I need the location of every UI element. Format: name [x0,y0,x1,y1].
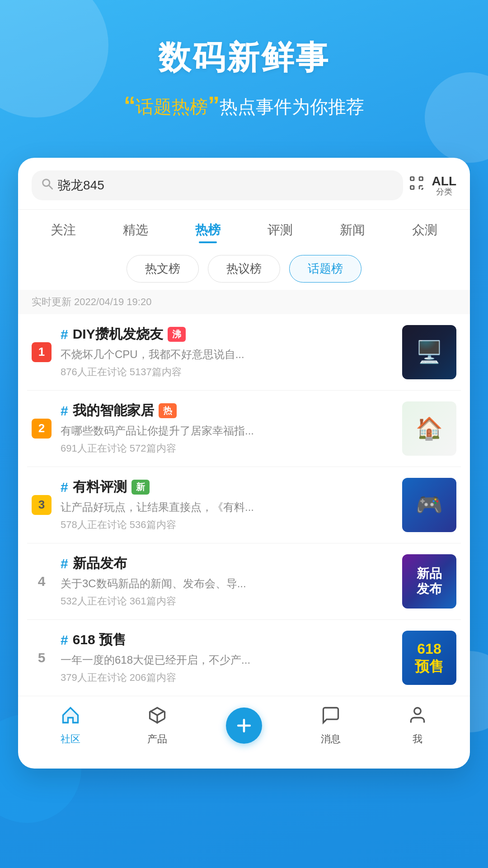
nav-products[interactable]: 产品 [114,705,201,746]
main-card: 骁龙845 ALL 分类 关注 精选 热榜 [18,158,470,769]
nav-messages[interactable]: 消息 [287,705,374,746]
title-row-1: # DIY攒机发烧友 沸 [61,325,393,344]
pc-image [402,325,456,379]
quote-open: “ [124,92,136,118]
add-btn[interactable] [226,708,262,744]
rank-badge-5: 5 [32,650,52,665]
search-query: 骁龙845 [58,177,104,194]
review-image [402,478,456,532]
topic-desc-3: 让产品好玩点，让结果直接点，《有料... [61,500,393,514]
chat-icon [321,705,341,730]
rank-badge-3: 3 [32,495,52,515]
title-row-2: # 我的智能家居 热 [61,401,393,420]
newprod-image: 新品 发布 [402,554,456,609]
profile-label: 我 [413,732,422,746]
badge-3: 新 [131,480,150,495]
topic-stats-3: 578人正在讨论 536篇内容 [61,518,393,532]
badge-2: 热 [159,403,177,418]
nav-community[interactable]: 社区 [27,705,114,746]
search-icon [41,177,53,193]
title-row-3: # 有料评测 新 [61,478,393,496]
badge-1: 沸 [168,327,186,342]
tab-news[interactable]: 新闻 [316,217,389,243]
svg-rect-4 [410,186,414,189]
topic-content-5: # 618 预售 一年一度的618大促已经开启，不少产... 379人正在讨论 … [61,631,393,684]
topic-stats-2: 691人正在讨论 572篇内容 [61,442,393,455]
user-icon [408,705,427,730]
topic-list: 1 # DIY攒机发烧友 沸 不烧坏几个CPU，我都不好意思说自... 876人… [18,314,470,696]
search-input-area[interactable]: 骁龙845 [32,170,403,200]
topic-desc-5: 一年一度的618大促已经开启，不少产... [61,653,393,667]
topic-title-5: 618 预售 [73,631,126,649]
tab-hot[interactable]: 热榜 [172,217,244,243]
topic-desc-1: 不烧坏几个CPU，我都不好意思说自... [61,347,393,362]
nav-profile[interactable]: 我 [374,705,461,746]
home-icon [61,705,80,730]
hash-icon-4: # [61,556,68,571]
sub-tab-hot-articles[interactable]: 热文榜 [127,255,199,283]
topic-stats-5: 379人正在讨论 206篇内容 [61,671,393,684]
search-bar: 骁龙845 ALL 分类 [18,158,470,210]
tab-featured[interactable]: 精选 [99,217,172,243]
home-image [402,401,456,456]
topic-title-2: 我的智能家居 [73,401,154,420]
title-row-5: # 618 预售 [61,631,393,649]
topic-item-1[interactable]: 1 # DIY攒机发烧友 沸 不烧坏几个CPU，我都不好意思说自... 876人… [27,314,461,391]
topic-title-4: 新品发布 [73,554,127,573]
svg-line-1 [49,185,52,189]
tab-test[interactable]: 众测 [389,217,461,243]
quote-close: ” [208,92,220,118]
topic-image-5: 618 预售 [402,631,456,685]
subtitle-rest: 热点事件为你推荐 [220,97,364,117]
hash-icon-1: # [61,327,68,342]
topic-title-1: DIY攒机发烧友 [73,325,163,344]
sub-tab-hot-topics[interactable]: 话题榜 [289,255,361,283]
svg-point-12 [414,708,421,714]
title-row-4: # 新品发布 [61,554,393,573]
image-618: 618 预售 [402,631,456,685]
rank-badge-4: 4 [32,574,52,589]
topic-image-2 [402,401,456,456]
header-title: 数码新鲜事 [18,36,470,80]
nav-add[interactable] [201,708,287,744]
topic-stats-1: 876人正在讨论 5137篇内容 [61,365,393,379]
sub-tab-hot-discussion[interactable]: 热议榜 [208,255,280,283]
subtitle-highlight: 话题热榜 [136,97,208,117]
cube-icon [147,705,167,730]
update-time: 实时更新 2022/04/19 19:20 [18,290,470,314]
topic-desc-4: 关于3C数码新品的新闻、发布会、导... [61,576,393,591]
topic-title-3: 有料评测 [73,478,127,496]
rank-badge-2: 2 [32,419,52,439]
topic-content-1: # DIY攒机发烧友 沸 不烧坏几个CPU，我都不好意思说自... 876人正在… [61,325,393,379]
messages-label: 消息 [321,732,341,746]
all-btn-sublabel: 分类 [436,188,452,196]
hash-icon-3: # [61,480,68,495]
topic-image-1 [402,325,456,379]
community-label: 社区 [61,732,80,746]
tab-review[interactable]: 评测 [244,217,316,243]
topic-image-3 [402,478,456,532]
sub-tabs: 热文榜 热议榜 话题榜 [18,250,470,290]
header-subtitle: “话题热榜”热点事件为你推荐 [18,89,470,122]
topic-desc-2: 有哪些数码产品让你提升了居家幸福指... [61,424,393,438]
products-label: 产品 [147,732,167,746]
tab-subscribe[interactable]: 关注 [27,217,99,243]
topic-stats-4: 532人正在讨论 361篇内容 [61,594,393,608]
topic-item-4[interactable]: 4 # 新品发布 关于3C数码新品的新闻、发布会、导... 532人正在讨论 3… [27,543,461,620]
search-actions: ALL 分类 [408,175,456,196]
topic-item-5[interactable]: 5 # 618 预售 一年一度的618大促已经开启，不少产... 379人正在讨… [27,620,461,696]
hash-icon-5: # [61,632,68,648]
scan-icon[interactable] [408,175,425,195]
all-btn-label: ALL [432,175,456,188]
topic-image-4: 新品 发布 [402,554,456,609]
bottom-nav: 社区 产品 [18,696,470,760]
svg-rect-2 [410,177,414,181]
topic-item-2[interactable]: 2 # 我的智能家居 热 有哪些数码产品让你提升了居家幸福指... 691人正在… [27,391,461,467]
topic-item-3[interactable]: 3 # 有料评测 新 让产品好玩点，让结果直接点，《有料... 578人正在讨论… [27,467,461,543]
svg-rect-3 [419,177,423,181]
all-category-btn[interactable]: ALL 分类 [432,175,456,196]
rank-badge-1: 1 [32,342,52,362]
nav-tabs: 关注 精选 热榜 评测 新闻 众测 [18,210,470,250]
topic-content-4: # 新品发布 关于3C数码新品的新闻、发布会、导... 532人正在讨论 361… [61,554,393,608]
topic-content-2: # 我的智能家居 热 有哪些数码产品让你提升了居家幸福指... 691人正在讨论… [61,401,393,455]
